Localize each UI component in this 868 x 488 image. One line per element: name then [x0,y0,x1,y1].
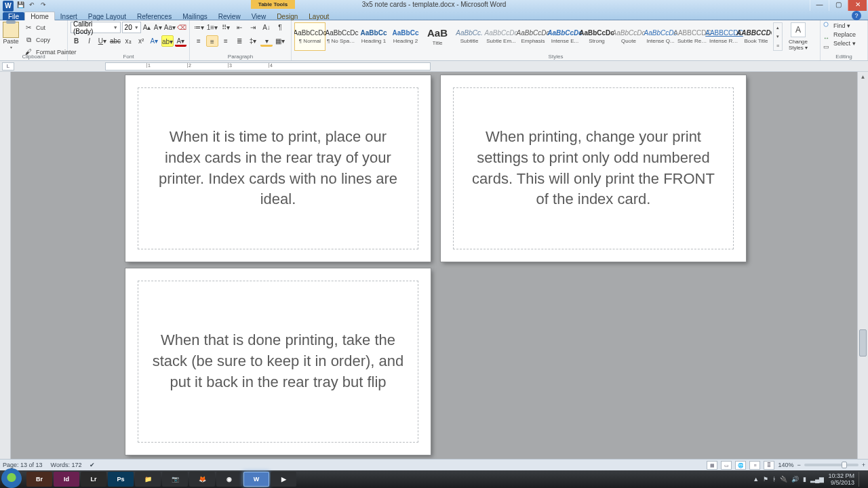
tab-references[interactable]: References [132,12,177,20]
status-words[interactable]: Words: 172 [51,462,82,468]
grow-font-button[interactable]: A▴ [142,22,152,33]
card-text[interactable]: When that is done printing, take the sta… [151,330,406,392]
taskbar-app[interactable]: 📷 [162,472,188,487]
numbering-button[interactable]: 1≡▾ [206,22,218,33]
tray-flag-icon[interactable]: ⚑ [763,476,768,483]
card-cell[interactable]: When it is time to print, place our inde… [138,87,418,249]
style-heading-2[interactable]: AaBbCcHeading 2 [390,22,421,51]
zoom-knob[interactable] [842,462,847,468]
vertical-ruler[interactable] [0,72,11,470]
style-strong[interactable]: AaBbCcDcStrong [581,22,612,51]
tab-layout[interactable]: Layout [303,12,334,20]
subscript-button[interactable]: x₂ [123,35,134,47]
shading-button[interactable]: ▾ [260,35,273,47]
style-heading-1[interactable]: AaBbCcHeading 1 [358,22,389,51]
font-name-combo[interactable]: Calibri (Body)▼ [71,22,121,33]
scroll-up-button[interactable]: ▲ [858,72,868,82]
show-marks-button[interactable]: ¶ [274,22,286,33]
horizontal-ruler[interactable]: 1234 [105,62,431,70]
system-tray[interactable]: ▲ ⚑ ᚼ 🔌 🔊 ▮ ▂▄▆ 10:32 PM 9/5/2013 [753,472,867,487]
style-subtle-ref-[interactable]: AABBCCDCSubtle Ref... [677,22,708,51]
index-card[interactable]: When printing, change your print setting… [441,75,746,262]
style-title[interactable]: AaBTitle [422,22,453,51]
bold-button[interactable]: B [71,35,82,47]
tray-network-icon[interactable]: 🔌 [780,476,787,483]
highlight-button[interactable]: ab▾ [161,35,174,47]
card-text[interactable]: When it is time to print, place our inde… [151,127,406,210]
zoom-slider[interactable] [804,464,859,466]
tab-insert[interactable]: Insert [55,12,83,20]
paste-button[interactable]: Paste ▾ [3,22,19,49]
view-outline[interactable]: ≡ [749,461,760,470]
view-fullscreen[interactable]: ▭ [721,461,732,470]
view-draft[interactable]: ≣ [764,461,774,470]
tray-up-icon[interactable]: ▲ [753,476,759,483]
shrink-font-button[interactable]: A▾ [153,22,163,33]
tab-review[interactable]: Review [213,12,246,20]
tab-design[interactable]: Design [271,12,303,20]
align-right-button[interactable]: ≡ [220,35,232,47]
style--no-spaci-[interactable]: AaBbCcDc¶ No Spaci... [326,22,357,51]
tray-signal-icon[interactable]: ▂▄▆ [810,476,824,483]
style-book-title[interactable]: AABBCCDCBook Title [741,22,772,51]
underline-button[interactable]: U▾ [96,35,108,47]
taskbar-app[interactable]: W [243,472,269,487]
card-cell[interactable]: When printing, change your print setting… [453,87,734,249]
text-effects-button[interactable]: A▾ [149,35,160,47]
find-button[interactable]: Find ▾ [823,22,865,30]
select-button[interactable]: Select ▾ [823,39,865,47]
taskbar-app[interactable]: ◉ [216,472,242,487]
strikethrough-button[interactable]: abc [109,35,121,47]
taskbar-app[interactable]: 🦊 [189,472,215,487]
style-quote[interactable]: AaBbCcDcQuote [613,22,644,51]
view-print-layout[interactable]: ▦ [707,461,717,470]
align-left-button[interactable]: ≡ [193,35,205,47]
tray-battery-icon[interactable]: ▮ [803,476,806,483]
tab-page-layout[interactable]: Page Layout [83,12,132,20]
taskbar-app[interactable]: Id [54,472,79,487]
vertical-scrollbar[interactable]: ▲ ▼ [857,72,868,470]
tab-selector[interactable]: L [2,62,14,70]
style--normal[interactable]: AaBbCcDc¶ Normal [294,22,326,51]
font-size-combo[interactable]: 20▼ [122,22,141,33]
status-page[interactable]: Page: 13 of 13 [3,462,43,468]
borders-button[interactable]: ▦▾ [274,35,286,47]
font-color-button[interactable]: A▾ [175,35,186,47]
tab-view[interactable]: View [246,12,272,20]
justify-button[interactable]: ≣ [233,35,245,47]
styles-more-button[interactable]: ▴▾≡ [773,22,783,51]
index-card[interactable]: When it is time to print, place our inde… [125,75,431,262]
replace-button[interactable]: Replace [823,30,865,39]
clear-formatting-button[interactable]: ⌫ [177,22,186,33]
align-center-button[interactable]: ≡ [206,35,218,47]
taskbar-app[interactable]: 📁 [135,472,161,487]
styles-gallery[interactable]: AaBbCcDc¶ NormalAaBbCcDc¶ No Spaci...AaB… [294,22,772,51]
tab-home[interactable]: Home [24,12,55,20]
change-styles-button[interactable]: A Change Styles ▾ [784,22,812,51]
zoom-in-button[interactable]: + [862,462,865,468]
scroll-thumb[interactable] [859,329,867,357]
taskbar-app[interactable]: Br [26,472,52,487]
show-desktop-button[interactable] [859,472,863,487]
superscript-button[interactable]: x² [136,35,147,47]
multilevel-button[interactable]: ⠿▾ [220,22,232,33]
tab-mailings[interactable]: Mailings [177,12,213,20]
style-subtitle[interactable]: AaBbCc.Subtitle [454,22,485,51]
card-cell[interactable]: When that is done printing, take the sta… [138,281,418,443]
card-text[interactable]: When printing, change your print setting… [466,127,721,210]
index-card[interactable]: When that is done printing, take the sta… [125,268,431,455]
status-proof-icon[interactable]: ✔ [90,462,95,468]
style-subtle-em-[interactable]: AaBbCcDcSubtle Em... [486,22,517,51]
tray-volume-icon[interactable]: 🔊 [791,476,799,483]
help-icon[interactable]: ? [852,11,861,20]
sort-button[interactable]: A↓ [260,22,273,33]
start-button[interactable] [1,468,22,489]
taskbar-app[interactable]: ▶ [271,472,296,487]
style-intense-q-[interactable]: AaBbCcDcIntense Q... [645,22,676,51]
increase-indent-button[interactable]: ⇥ [247,22,259,33]
style-emphasis[interactable]: AaBbCcDcEmphasis [517,22,549,51]
style-intense-re-[interactable]: AABBCCDCIntense Re... [709,22,740,51]
line-spacing-button[interactable]: ‡▾ [247,35,259,47]
italic-button[interactable]: I [83,35,95,47]
decrease-indent-button[interactable]: ⇤ [233,22,245,33]
